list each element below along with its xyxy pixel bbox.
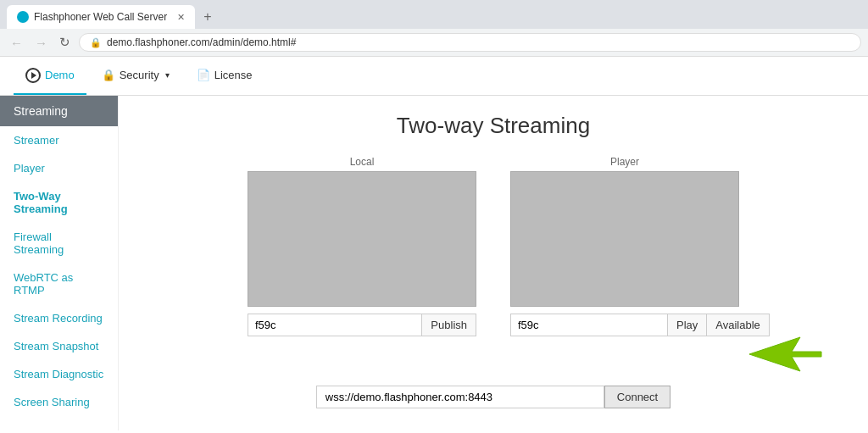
nav-security-label: Security: [120, 69, 159, 81]
sidebar-item-player[interactable]: Player: [0, 154, 118, 182]
sidebar-item-recording[interactable]: Stream Recording: [0, 304, 118, 332]
local-video-box: [248, 171, 476, 307]
address-bar-row: ← → ↻ 🔒 demo.flashphoner.com/admin/demo.…: [0, 29, 868, 56]
nav-license-label: License: [214, 69, 253, 81]
nav-license[interactable]: 📄 License: [185, 58, 264, 93]
sidebar-section-label: Streaming: [14, 104, 68, 118]
player-label: Player: [610, 156, 639, 168]
player-video-box: [510, 171, 739, 307]
nav-demo[interactable]: Demo: [14, 58, 86, 95]
sidebar-item-two-way[interactable]: Two-Way Streaming: [0, 182, 118, 223]
tab-title: Flashphoner Web Call Server: [34, 11, 167, 23]
player-controls: Play Available: [510, 314, 739, 336]
address-text: demo.flashphoner.com/admin/demo.html#: [107, 36, 296, 48]
local-stream-id-input[interactable]: [248, 314, 422, 336]
tab-close-btn[interactable]: ✕: [177, 12, 185, 23]
player-panel: Player Play Available: [510, 156, 739, 336]
app-header: Demo 🔒 Security ▾ 📄 License: [0, 57, 868, 96]
main-content: Two-way Streaming Local Publish Player: [119, 96, 868, 430]
publish-button[interactable]: Publish: [422, 314, 476, 336]
tab-favicon: [17, 11, 29, 23]
nav-security[interactable]: 🔒 Security ▾: [90, 58, 181, 93]
browser-chrome: Flashphoner Web Call Server ✕ + ← → ↻ 🔒 …: [0, 0, 868, 57]
local-controls: Publish: [248, 314, 476, 336]
sidebar-item-firewall[interactable]: Firewall Streaming: [0, 223, 118, 264]
address-bar[interactable]: 🔒 demo.flashphoner.com/admin/demo.html#: [79, 33, 861, 52]
player-stream-id-input[interactable]: [510, 314, 668, 336]
panels-wrapper: Local Publish Player Play Available: [144, 156, 843, 375]
lock-nav-icon: 🔒: [102, 69, 115, 81]
forward-button[interactable]: →: [31, 34, 51, 52]
sidebar-item-screen[interactable]: Screen Sharing: [0, 388, 118, 416]
page-title: Two-way Streaming: [144, 113, 843, 139]
active-tab: Flashphoner Web Call Server ✕: [7, 5, 195, 29]
tab-bar: Flashphoner Web Call Server ✕ +: [0, 0, 868, 29]
green-arrow-icon: [741, 333, 826, 375]
security-caret-icon: ▾: [165, 70, 170, 80]
new-tab-button[interactable]: +: [198, 9, 216, 25]
sidebar-item-diagnostic[interactable]: Stream Diagnostic: [0, 360, 118, 388]
nav-demo-label: Demo: [45, 69, 75, 81]
local-panel: Local Publish: [248, 156, 476, 336]
arrow-annotation: [144, 333, 826, 375]
local-label: Local: [350, 156, 375, 168]
video-panels: Local Publish Player Play Available: [144, 156, 843, 336]
app-body: Streaming Streamer Player Two-Way Stream…: [0, 96, 868, 430]
play-circle-icon: [25, 68, 41, 83]
sidebar-section-header: Streaming: [0, 96, 118, 126]
wss-url-input[interactable]: [316, 386, 604, 408]
sidebar-item-snapshot[interactable]: Stream Snapshot: [0, 332, 118, 360]
sidebar: Streaming Streamer Player Two-Way Stream…: [0, 96, 119, 430]
svg-marker-0: [749, 337, 821, 371]
reload-button[interactable]: ↻: [56, 33, 74, 52]
play-button[interactable]: Play: [668, 314, 707, 336]
connect-button[interactable]: Connect: [604, 386, 670, 408]
back-button[interactable]: ←: [7, 34, 26, 52]
file-nav-icon: 📄: [197, 69, 210, 81]
sidebar-item-streamer[interactable]: Streamer: [0, 126, 118, 154]
sidebar-item-webrtc[interactable]: WebRTC as RTMP: [0, 264, 118, 304]
lock-icon: 🔒: [90, 37, 102, 48]
connection-row: Connect: [144, 386, 843, 408]
